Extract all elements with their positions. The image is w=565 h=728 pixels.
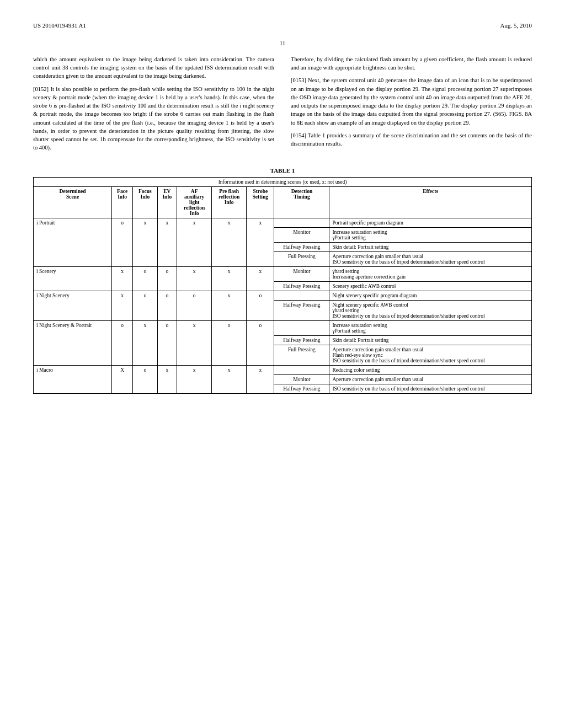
page-number: 11 bbox=[33, 40, 532, 46]
af-cell: x bbox=[177, 321, 212, 366]
scene-table: Information used in determining scenes (… bbox=[33, 177, 532, 394]
date: Aug. 5, 2010 bbox=[500, 22, 532, 29]
ev-cell: x bbox=[157, 366, 177, 394]
focus-cell: x bbox=[133, 218, 157, 267]
effect-cell: γhard setting Increasing aperture correc… bbox=[329, 267, 532, 282]
effect-cell: Skin detail: Portrait setting bbox=[329, 243, 532, 252]
timing-cell bbox=[274, 291, 329, 301]
focus-cell: o bbox=[133, 267, 157, 291]
table-row: i Night Scenery & PortraitoxoxooIncrease… bbox=[34, 321, 532, 336]
timing-cell: Halfway Pressing bbox=[274, 282, 329, 291]
timing-cell: Full Pressing bbox=[274, 252, 329, 267]
effect-cell: Increase saturation setting γPortrait se… bbox=[329, 321, 532, 336]
preflash-cell: x bbox=[212, 366, 247, 394]
col-header-effects: Effects bbox=[329, 187, 532, 218]
table-section: TABLE 1 Information used in determining … bbox=[33, 167, 532, 394]
face-cell: o bbox=[111, 321, 132, 366]
effect-cell: Aperture correction gain smaller than us… bbox=[329, 252, 532, 267]
af-cell: o bbox=[177, 291, 212, 321]
face-cell: x bbox=[111, 267, 132, 291]
table-row: i SceneryxooxxxMonitorγhard setting Incr… bbox=[34, 267, 532, 282]
strobe-cell: o bbox=[247, 321, 274, 366]
col-header-focus: FocusInfo bbox=[133, 187, 157, 218]
table-title: TABLE 1 bbox=[33, 167, 532, 174]
focus-cell: o bbox=[133, 366, 157, 394]
right-para-3: [0154] Table 1 provides a summary of the… bbox=[291, 131, 532, 148]
strobe-cell: x bbox=[247, 218, 274, 267]
col-header-strobe: StrobeSetting bbox=[247, 187, 274, 218]
focus-cell: x bbox=[133, 321, 157, 366]
col-header-face: FaceInfo bbox=[111, 187, 132, 218]
effect-cell: Aperture correction gain smaller than us… bbox=[329, 345, 532, 366]
preflash-cell: x bbox=[212, 291, 247, 321]
timing-cell: Monitor bbox=[274, 228, 329, 243]
scene-cell: i Portrait bbox=[34, 218, 112, 267]
body-columns: which the amount equivalent to the image… bbox=[33, 55, 532, 156]
preflash-cell: o bbox=[212, 321, 247, 366]
right-para-1: Therefore, by dividing the calculated fl… bbox=[291, 55, 532, 72]
face-cell: X bbox=[111, 366, 132, 394]
left-para-2: [0152] It is also possible to perform th… bbox=[33, 85, 274, 152]
scene-cell: i Macro bbox=[34, 366, 112, 394]
timing-cell: Halfway Pressing bbox=[274, 301, 329, 321]
face-cell: x bbox=[111, 291, 132, 321]
timing-cell bbox=[274, 218, 329, 228]
patent-number: US 2010/0194931 A1 bbox=[33, 22, 86, 29]
scene-cell: i Scenery bbox=[34, 267, 112, 291]
effect-cell: Reducing color setting bbox=[329, 366, 532, 375]
left-para-1: which the amount equivalent to the image… bbox=[33, 55, 274, 81]
focus-cell: o bbox=[133, 291, 157, 321]
table-row: i Night SceneryxoooxoNight scenery speci… bbox=[34, 291, 532, 301]
timing-cell: Monitor bbox=[274, 267, 329, 282]
document-header: US 2010/0194931 A1 Aug. 5, 2010 bbox=[33, 22, 532, 29]
table-row: i MacroXoxxxxReducing color setting bbox=[34, 366, 532, 375]
col-header-timing: DetectionTiming bbox=[274, 187, 329, 218]
ev-cell: o bbox=[157, 321, 177, 366]
effect-cell: Increase saturation setting γPortrait se… bbox=[329, 228, 532, 243]
right-column: Therefore, by dividing the calculated fl… bbox=[291, 55, 532, 156]
timing-cell: Halfway Pressing bbox=[274, 243, 329, 252]
col-header-scene: DeterminedScene bbox=[34, 187, 112, 218]
left-column: which the amount equivalent to the image… bbox=[33, 55, 274, 156]
table-row: i PortraitoxxxxxPortrait specific progra… bbox=[34, 218, 532, 228]
strobe-cell: o bbox=[247, 291, 274, 321]
timing-cell bbox=[274, 366, 329, 375]
effect-cell: ISO sensitivity on the basis of tripod d… bbox=[329, 384, 532, 394]
af-cell: x bbox=[177, 218, 212, 267]
effect-cell: Aperture correction gain smaller than us… bbox=[329, 375, 532, 384]
af-cell: x bbox=[177, 267, 212, 291]
right-para-2: [0153] Next, the system control unit 40 … bbox=[291, 76, 532, 126]
effect-cell: Scenery specific AWB control bbox=[329, 282, 532, 291]
col-header-af: AFauxiliarylightreflectionInfo bbox=[177, 187, 212, 218]
effect-cell: Night scenery specific AWB control γhard… bbox=[329, 301, 532, 321]
preflash-cell: x bbox=[212, 267, 247, 291]
effect-cell: Night scenery specific program diagram bbox=[329, 291, 532, 301]
spanning-header: Information used in determining scenes (… bbox=[34, 178, 532, 187]
effect-cell: Portrait specific program diagram bbox=[329, 218, 532, 228]
ev-cell: o bbox=[157, 291, 177, 321]
af-cell: x bbox=[177, 366, 212, 394]
strobe-cell: x bbox=[247, 267, 274, 291]
col-header-preflash: Pre flashreflectionInfo bbox=[212, 187, 247, 218]
timing-cell: Monitor bbox=[274, 375, 329, 384]
face-cell: o bbox=[111, 218, 132, 267]
col-header-ev: EVInfo bbox=[157, 187, 177, 218]
timing-cell bbox=[274, 321, 329, 336]
timing-cell: Full Pressing bbox=[274, 345, 329, 366]
effect-cell: Skin detail: Portrait setting bbox=[329, 336, 532, 345]
scene-cell: i Night Scenery bbox=[34, 291, 112, 321]
scene-cell: i Night Scenery & Portrait bbox=[34, 321, 112, 366]
preflash-cell: x bbox=[212, 218, 247, 267]
timing-cell: Halfway Pressing bbox=[274, 336, 329, 345]
ev-cell: o bbox=[157, 267, 177, 291]
ev-cell: x bbox=[157, 218, 177, 267]
strobe-cell: x bbox=[247, 366, 274, 394]
timing-cell: Halfway Pressing bbox=[274, 384, 329, 394]
